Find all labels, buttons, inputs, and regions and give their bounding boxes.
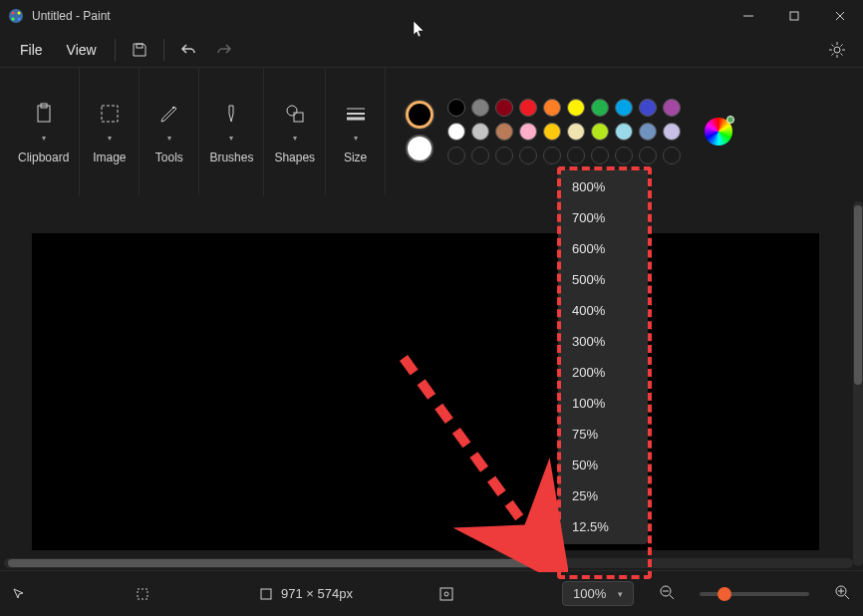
color-secondary-swatch[interactable] [406, 135, 433, 162]
color-swatch[interactable] [471, 123, 489, 141]
color-swatch[interactable] [447, 123, 465, 141]
color-swatch-empty[interactable] [615, 147, 633, 164]
color-swatch[interactable] [639, 99, 657, 117]
svg-point-4 [18, 18, 21, 21]
menu-view[interactable]: View [55, 36, 109, 64]
svg-rect-16 [440, 588, 452, 600]
svg-point-3 [12, 18, 15, 21]
color-swatch[interactable] [663, 123, 681, 141]
zoom-level-item[interactable]: 100% [558, 388, 648, 419]
scrollbar-thumb[interactable] [8, 559, 546, 567]
color-swatch[interactable] [615, 123, 633, 141]
color-swatch[interactable] [543, 123, 561, 141]
svg-point-2 [18, 12, 21, 15]
zoom-level-item[interactable]: 75% [558, 419, 648, 450]
svg-rect-14 [138, 589, 147, 599]
zoom-level-item[interactable]: 800% [558, 171, 648, 202]
color-primary-swatch[interactable] [406, 101, 433, 129]
chevron-down-icon: ▾ [42, 134, 46, 143]
paint-app-icon [8, 8, 24, 24]
chevron-down-icon: ▾ [293, 134, 297, 143]
undo-icon[interactable] [170, 34, 206, 66]
zoom-value: 100% [573, 586, 606, 601]
color-swatch[interactable] [447, 99, 465, 117]
color-swatch[interactable] [591, 99, 609, 117]
ribbon-label: Clipboard [18, 151, 69, 164]
zoom-in-button[interactable] [833, 583, 851, 604]
canvas-size-text: 971 × 574px [281, 586, 353, 601]
save-icon[interactable] [122, 34, 157, 66]
color-swatch[interactable] [567, 99, 585, 117]
pointer-icon [12, 587, 26, 601]
svg-rect-10 [102, 106, 118, 122]
edit-colors-icon[interactable] [705, 118, 732, 146]
ribbon-clipboard[interactable]: ▾ Clipboard [8, 68, 80, 195]
color-swatch[interactable] [567, 123, 585, 141]
menu-file[interactable]: File [8, 36, 55, 64]
zoom-level-item[interactable]: 12.5% [558, 511, 648, 542]
maximize-button[interactable] [771, 0, 817, 32]
zoom-slider[interactable] [700, 592, 809, 596]
svg-point-11 [287, 106, 297, 116]
ribbon-brushes[interactable]: ▾ Brushes [199, 68, 264, 195]
zoom-slider-thumb[interactable] [718, 587, 731, 601]
vertical-scrollbar[interactable] [853, 201, 863, 566]
settings-icon[interactable] [819, 34, 855, 66]
zoom-out-icon [658, 583, 676, 601]
color-swatch[interactable] [519, 99, 537, 117]
dimensions-icon [259, 587, 273, 601]
color-swatch[interactable] [495, 123, 513, 141]
color-swatch[interactable] [543, 99, 561, 117]
zoom-out-button[interactable] [658, 583, 676, 604]
fit-screen-icon [438, 586, 454, 602]
close-button[interactable] [817, 0, 863, 32]
color-swatch-empty[interactable] [495, 147, 513, 164]
zoom-level-menu: 800%700%600%500%400%300%200%100%75%50%25… [558, 169, 648, 544]
color-swatch-empty[interactable] [543, 147, 561, 164]
color-swatch[interactable] [591, 123, 609, 141]
zoom-level-item[interactable]: 50% [558, 450, 648, 480]
ribbon-size[interactable]: ▾ Size [326, 68, 386, 195]
minimize-button[interactable] [725, 0, 771, 32]
color-swatch[interactable] [471, 99, 489, 117]
line-weight-icon [344, 102, 368, 126]
chevron-down-icon: ▾ [354, 134, 358, 143]
zoom-level-item[interactable]: 200% [558, 357, 648, 388]
color-swatch[interactable] [519, 123, 537, 141]
separator [163, 39, 164, 61]
color-swatch-empty[interactable] [639, 147, 657, 164]
color-swatch[interactable] [495, 99, 513, 117]
select-icon [98, 102, 122, 126]
zoom-level-item[interactable]: 300% [558, 326, 648, 357]
color-swatch-empty[interactable] [447, 147, 465, 164]
redo-icon[interactable] [206, 34, 242, 66]
fit-screen[interactable] [438, 586, 538, 602]
color-swatch[interactable] [663, 99, 681, 117]
zoom-level-item[interactable]: 25% [558, 480, 648, 511]
ribbon-image[interactable]: ▾ Image [80, 68, 140, 195]
color-swatch[interactable] [639, 123, 657, 141]
color-swatch-empty[interactable] [591, 147, 609, 164]
scrollbar-thumb[interactable] [854, 205, 862, 385]
canvas-size: 971 × 574px [259, 586, 359, 601]
ribbon-shapes[interactable]: ▾ Shapes [264, 68, 326, 195]
zoom-select[interactable]: 100% ▾ [562, 581, 634, 606]
zoom-level-item[interactable]: 400% [558, 295, 648, 326]
zoom-level-item[interactable]: 600% [558, 233, 648, 264]
ribbon-tools[interactable]: ▾ Tools [140, 68, 199, 195]
zoom-level-item[interactable]: 700% [558, 202, 648, 233]
chevron-down-icon: ▾ [167, 134, 171, 143]
chevron-down-icon: ▾ [108, 134, 112, 143]
zoom-level-item[interactable]: 500% [558, 264, 648, 295]
color-swatch-empty[interactable] [519, 147, 537, 164]
color-swatch-empty[interactable] [471, 147, 489, 164]
menu-bar: File View [0, 32, 863, 68]
color-swatch[interactable] [615, 99, 633, 117]
color-swatch-empty[interactable] [567, 147, 585, 164]
separator [115, 39, 116, 61]
color-palette [447, 99, 681, 164]
color-swatch-empty[interactable] [663, 147, 681, 164]
horizontal-scrollbar[interactable] [4, 558, 853, 568]
canvas[interactable] [32, 233, 819, 550]
chevron-down-icon: ▾ [618, 589, 623, 599]
